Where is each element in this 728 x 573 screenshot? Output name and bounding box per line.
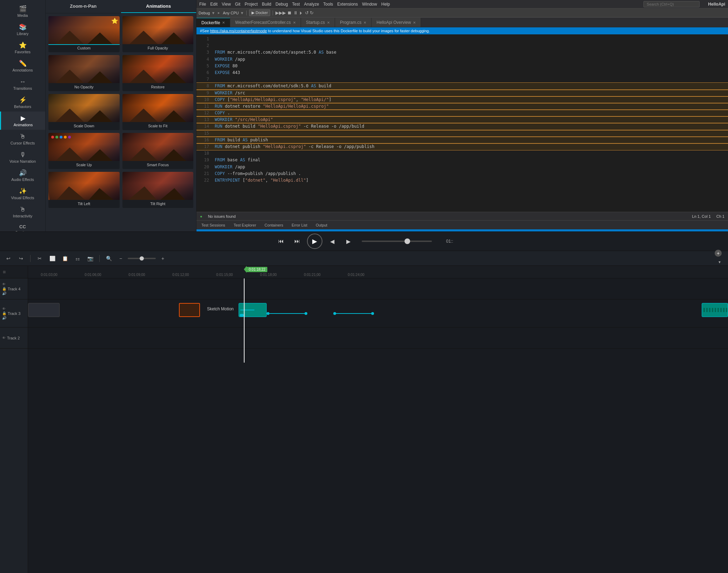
track3-clip-teal-2[interactable] (702, 303, 728, 317)
sidebar-item-label: Media (18, 13, 28, 18)
paste-button[interactable]: 📋 (60, 254, 70, 263)
sidebar-item-behaviors[interactable]: ⚡ Behaviors (0, 93, 45, 112)
tab-weatherforecast[interactable]: WeatherForecastController.cs ✕ (230, 18, 301, 27)
anim-card-smart-focus[interactable]: Smart Focus (122, 133, 194, 169)
toolbar-icons: ▶▶▶ ⏹ ⏸ ⏵ ↺ ↻ (275, 10, 314, 15)
track3-clip-left[interactable] (28, 303, 60, 317)
track3-sound-icon[interactable]: 🔊 (2, 316, 6, 320)
close-weatherforecast-icon[interactable]: ✕ (293, 21, 296, 25)
play-button[interactable]: ▶ (307, 234, 322, 249)
bottom-tab-test-explorer[interactable]: Test Explorer (232, 222, 258, 228)
track4-eye-icon[interactable]: 👁 (2, 282, 6, 286)
sidebar-item-library[interactable]: 📚 Library (0, 20, 45, 39)
anim-label-scale-to-fit: Scale to Fit (122, 122, 194, 130)
zoom-search-button[interactable]: 🔍 (104, 254, 114, 263)
prev-frame-button[interactable]: ◀ (326, 235, 339, 248)
split-button[interactable]: ⚏ (73, 254, 82, 263)
zoom-slider[interactable] (128, 258, 156, 259)
sidebar-item-voice-narration[interactable]: 🎙 Voice Narration (0, 148, 45, 166)
snapshot-button[interactable]: 📷 (85, 254, 95, 263)
undo-button[interactable]: ↩ (4, 254, 13, 263)
close-dockerfile-icon[interactable]: ✕ (222, 21, 225, 25)
tab-program[interactable]: Program.cs ✕ (335, 18, 372, 27)
close-program-icon[interactable]: ✕ (363, 21, 366, 25)
anim-card-restore[interactable]: Restore (122, 55, 194, 91)
panel-header-animations[interactable]: Animations (121, 0, 196, 13)
tab-dockerfile[interactable]: Dockerfile ✕ (196, 18, 230, 27)
cut-button[interactable]: ✂ (35, 254, 45, 263)
close-helloapi-overview-icon[interactable]: ✕ (413, 21, 416, 25)
track3-lock-icon[interactable]: 🔒 (2, 311, 6, 315)
sidebar-item-interactivity[interactable]: 🖱 Interactivity (0, 203, 45, 221)
docker-btn[interactable]: ▶ Docker (249, 9, 270, 16)
menu-project[interactable]: Project (245, 2, 258, 7)
bottom-tab-error-list[interactable]: Error List (290, 222, 309, 228)
close-startup-icon[interactable]: ✕ (327, 21, 330, 25)
anim-card-tilt-left[interactable]: Tilt Left (48, 172, 120, 208)
redo-button[interactable]: ↪ (16, 254, 26, 263)
menu-analyze[interactable]: Analyze (304, 2, 319, 7)
sidebar-item-visual-effects[interactable]: ✨ Visual Effects (0, 184, 45, 203)
sidebar-item-favorites[interactable]: ⭐ Favorites (0, 39, 45, 57)
anim-card-scale-to-fit[interactable]: Scale to Fit (122, 94, 194, 130)
info-link[interactable]: https://aka.ms/containerfastmode (210, 29, 267, 33)
code-line-3: 3 FROM mcr.microsoft.com/dotnet/aspnet:5… (196, 49, 728, 56)
sidebar-item-cursor-effects[interactable]: 🖱 Cursor Effects (0, 130, 45, 148)
menu-help[interactable]: Help (381, 2, 390, 7)
bottom-tab-containers[interactable]: Containers (263, 222, 285, 228)
track3-label-text: Track 3 (8, 311, 20, 316)
sidebar-item-audio-effects[interactable]: 🔊 Audio Effects (0, 166, 45, 184)
menu-extensions[interactable]: Extensions (337, 2, 358, 7)
anim-card-scale-up[interactable]: Scale Up (48, 133, 120, 169)
playback-timeline[interactable] (362, 241, 432, 242)
copy-frame-button[interactable]: ⬜ (47, 254, 57, 263)
add-track-button[interactable]: + (715, 250, 722, 257)
bottom-tab-test-sessions[interactable]: Test Sessions (200, 222, 227, 228)
track3-clip-teal-1[interactable] (239, 303, 267, 317)
panel-header-zoom-pan[interactable]: Zoom-n-Pan (46, 0, 121, 13)
anim-card-no-opacity[interactable]: No Opacity (48, 55, 120, 91)
zoom-out-button[interactable]: − (116, 254, 126, 263)
menu-edit[interactable]: Edit (210, 2, 218, 7)
next-frame-button[interactable]: ▶ (342, 235, 355, 248)
menu-tools[interactable]: Tools (323, 2, 333, 7)
anim-label-no-opacity: No Opacity (48, 83, 120, 91)
sidebar-item-media[interactable]: 🎬 Media (0, 2, 45, 20)
menu-debug[interactable]: Debug (275, 2, 288, 7)
prev-button[interactable]: ⏮ (275, 235, 287, 248)
track3-clip-orange[interactable] (179, 303, 200, 317)
sidebar-item-annotations[interactable]: ✏️ Annotations (0, 57, 45, 75)
track2-eye-icon[interactable]: 👁 (2, 336, 6, 340)
search-input[interactable] (643, 1, 700, 7)
sidebar-item-animations[interactable]: ▶ Animations (0, 112, 45, 130)
timeline-tracks[interactable]: 0:01:18;22 0:01:03;00 0:01:06;00 0:01:09… (28, 266, 728, 573)
zoom-in-button[interactable]: + (158, 254, 168, 263)
track3-eye-icon[interactable]: 👁 (2, 307, 6, 311)
sidebar-item-label: Favorites (15, 50, 31, 54)
anim-card-scale-down[interactable]: Scale Down (48, 94, 120, 130)
anim-card-full-opacity[interactable]: Full Opacity (122, 16, 194, 52)
code-line-16: 16 FROM build AS publish (196, 137, 728, 143)
step-back-button[interactable]: ⏭ (291, 235, 303, 248)
code-editor[interactable]: 1 2 3 FROM mcr.microsoft.com/dotnet/aspn… (196, 34, 728, 212)
tab-startup[interactable]: Startup.cs ✕ (301, 18, 335, 27)
anim-card-custom[interactable]: ⭐ Custom (48, 16, 120, 52)
track4-sound-icon[interactable]: 🔊 (2, 291, 6, 295)
motion-line-2 (336, 313, 371, 314)
menu-view[interactable]: View (222, 2, 231, 7)
menu-window[interactable]: Window (362, 2, 377, 7)
sidebar-item-transitions[interactable]: ↔ Transitions (0, 75, 45, 93)
menu-file[interactable]: File (199, 2, 206, 7)
tab-helloapi-overview[interactable]: HelloApi Overview ✕ (372, 18, 421, 27)
voice-narration-icon: 🎙 (20, 151, 26, 158)
track4-lock-icon[interactable]: 🔒 (2, 287, 6, 291)
menu-git[interactable]: Git (235, 2, 240, 7)
bottom-tab-output[interactable]: Output (314, 222, 329, 228)
playback-bar: ⏮ ⏭ ▶ ◀ ▶ 01:: (0, 231, 728, 251)
anim-label-smart-focus: Smart Focus (122, 161, 194, 169)
menu-test[interactable]: Test (292, 2, 300, 7)
menu-build[interactable]: Build (262, 2, 272, 7)
playhead-marker[interactable]: 0:01:18;22 (244, 266, 267, 273)
vs-toolbar: Debug ▼ ▸ Any CPU ▼ ▶ Docker ▶▶▶ ⏹ ⏸ ⏵ ↺… (196, 8, 728, 18)
anim-card-tilt-right[interactable]: Tilt Right (122, 172, 194, 208)
